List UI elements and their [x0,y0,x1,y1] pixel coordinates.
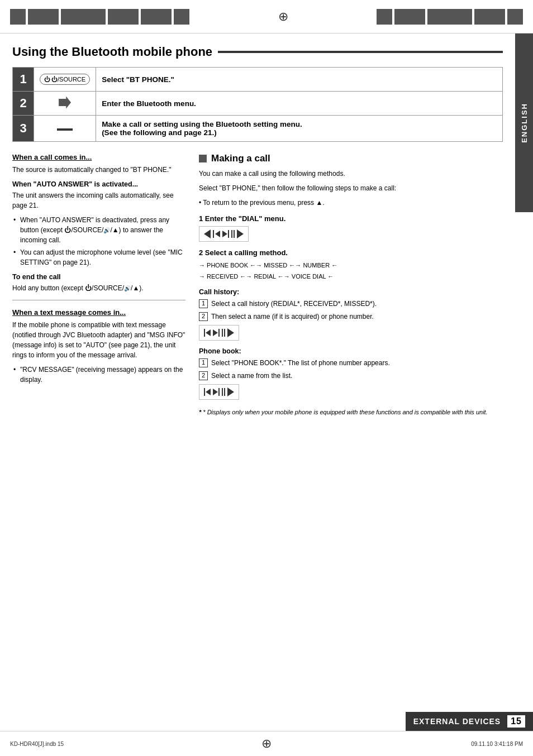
item-number-2: 2 [199,312,208,321]
vert-bar [204,329,205,337]
text-msg-body: If the mobile phone is compatible with t… [12,320,185,360]
top-border: ⊕ [0,0,533,34]
dial-menu-step-label: 1 Enter the "DIAL" menu. [199,214,503,223]
strip-block [474,9,505,25]
left-column: When a call comes in... The source is au… [12,153,185,417]
vert-bar [213,230,214,238]
skip-back-icon [206,389,211,395]
vert-bar [231,230,232,238]
strip-block [10,9,26,25]
strip-block [394,9,425,25]
vert-bar [224,329,225,337]
vert-bar [234,230,235,238]
title-line [218,51,503,53]
source-button-icon: ⏻ ⏻/SOURCE [40,74,90,85]
bottom-left-text: KD-HDR40[J].indb 15 [10,741,181,747]
step-icon-3 [34,116,96,142]
step-row-1: 1 ⏻ ⏻/SOURCE Select "BT PHONE." [13,68,503,92]
step-number-2: 2 [13,92,34,116]
vert-bar-group [222,329,225,337]
strip-block [427,9,472,25]
skip-fwd-icon [222,231,227,237]
phone-book-item-2: 2 Select a name from the list. [199,371,503,381]
auto-answer-body: The unit answers the incoming calls auto… [12,190,185,210]
section-divider [12,300,185,300]
strip-block [108,9,139,25]
page-title-text: Using the Bluetooth mobile phone [12,45,212,59]
arrow-left-button [204,229,211,238]
page-title: Using the Bluetooth mobile phone [12,45,503,59]
flow-line-2: → RECEIVED ←→ REDIAL ←→ VOICE DIAL ← [199,271,503,283]
step-row-2: 2 Enter the Bluetooth menu. [13,92,503,116]
select-method-step-label: 2 Select a calling method. [199,248,503,257]
vert-bar [222,329,223,337]
bottom-center: ⊕ [181,736,352,751]
call-history-title: Call history: [199,288,503,296]
strip-block [28,9,59,25]
making-call-tip: • To return to the previous menu, press … [199,198,503,208]
making-call-intro2: Select "BT PHONE," then follow the follo… [199,183,503,193]
call-history-buttons [199,325,239,341]
strip-block [174,9,189,25]
vert-bar [222,388,223,396]
bullet-item: You can adjust the microphone volume lev… [12,247,185,267]
step-row-3: 3 Make a call or setting using the Bluet… [13,116,503,142]
skip-back-dbl [204,388,211,396]
auto-answer-bullets: When "AUTO ANSWER" is deactivated, press… [12,215,185,267]
phone-book-text-2: Select a name from the list. [211,371,292,381]
bullet-item: "RCV MESSAGE" (receiving message) appear… [12,365,185,385]
top-strip-left [10,9,189,25]
arrow-right-icon [227,387,234,396]
making-call-intro1: You can make a call using the following … [199,169,503,179]
strip-block [377,9,392,25]
strip-block [61,9,106,25]
call-history-item-1: 1 Select a call history (REDIAL*, RECEIV… [199,299,503,309]
language-label: ENGLISH [520,103,529,143]
compass-icon: ⊕ [278,9,288,24]
footnote-text: * Displays only when your mobile phone i… [203,409,487,415]
arrow-left-icon [204,229,211,238]
flow-line-1: → PHONE BOOK ←→ MISSED ←→ NUMBER ← [199,260,503,271]
when-call-title: When a call comes in... [12,153,185,161]
step-icon-1: ⏻ ⏻/SOURCE [34,68,96,92]
skip-fwd-icon [213,329,218,336]
vert-bar [204,388,205,396]
step-text-1: Select "BT PHONE." [96,68,503,92]
arrow-right-button [227,328,234,337]
bottom-border: KD-HDR40[J].indb 15 ⊕ 09.11.10 3:41:18 P… [0,731,533,756]
vert-bar-group [231,230,235,238]
step-number-1: 1 [13,68,34,92]
phone-book-buttons [199,384,239,400]
steps-table: 1 ⏻ ⏻/SOURCE Select "BT PHONE." 2 Enter … [12,67,503,142]
vert-bar-group [222,388,225,396]
step-text-3: Make a call or setting using the Bluetoo… [96,116,503,142]
right-column: Making a call You can make a call using … [199,153,503,417]
phone-book-text-1: Select "PHONE BOOK*." The list of phone … [211,358,390,368]
step-icon-2 [34,92,96,116]
dash-icon [57,128,73,131]
vert-bars [213,230,220,238]
skip-fwd-buttons [222,230,229,238]
arrow-icon [59,97,71,109]
vert-bar [224,388,225,396]
step-number-3: 3 [13,116,34,142]
arrow-right-icon [227,328,234,337]
making-call-title: Making a call [199,153,503,164]
power-symbol: ⏻ [44,76,50,83]
main-content: Using the Bluetooth mobile phone 1 ⏻ ⏻/S… [0,34,515,731]
step-text-2: Enter the Bluetooth menu. [96,92,503,116]
item-number-2: 2 [199,371,208,380]
top-center: ⊕ [189,9,377,24]
when-call-body: The source is automatically changed to "… [12,165,185,175]
call-history-text-2: Then select a name (if it is acquired) o… [211,312,374,322]
source-label: ⏻/SOURCE [51,76,85,83]
vert-bar [218,388,220,396]
bottom-compass-icon: ⊕ [261,736,272,751]
end-call-title: To end the call [12,273,185,281]
arrow-right-icon [237,229,244,238]
text-msg-bullets: "RCV MESSAGE" (receiving message) appear… [12,365,185,385]
phone-book-title: Phone book: [199,347,503,355]
bullet-item: When "AUTO ANSWER" is deactivated, press… [12,215,185,245]
arrow-right-button [227,387,234,396]
arrow-right-button [237,229,244,238]
